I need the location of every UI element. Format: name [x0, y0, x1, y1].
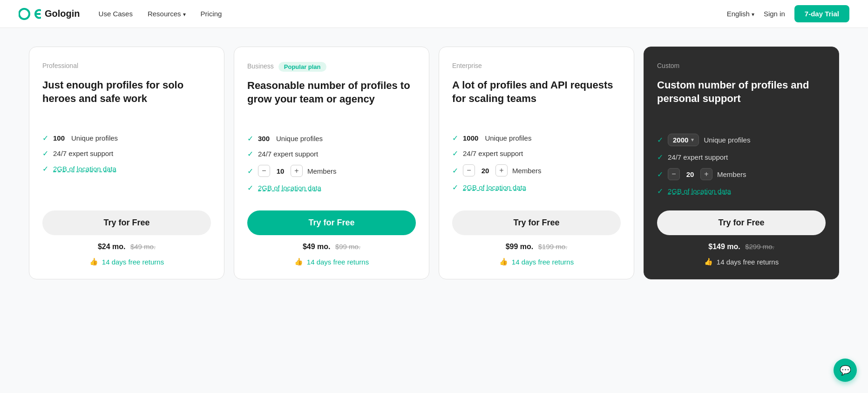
cta-custom[interactable]: Try for Free: [657, 210, 826, 235]
members-increment-enterprise[interactable]: +: [495, 164, 508, 176]
members-value-enterprise: 20: [480, 167, 491, 175]
profiles-dropdown-value: 2000: [673, 136, 688, 144]
feature-location-label-enterprise: 2GB of location data: [463, 183, 526, 191]
brand-logo[interactable]: Gologin: [19, 7, 80, 21]
feature-profiles-enterprise: ✓ 1000 Unique profiles: [452, 134, 621, 142]
brand-name: Gologin: [45, 8, 80, 19]
price-current-professional: $24 mo.: [98, 243, 126, 251]
resources-chevron-icon: [183, 10, 186, 18]
price-original-custom: $299 mo.: [745, 243, 774, 251]
feature-location-business: ✓ 2GB of location data: [247, 183, 416, 192]
svg-point-0: [19, 9, 29, 19]
check-icon: ✓: [42, 164, 48, 173]
nav-pricing[interactable]: Pricing: [201, 10, 222, 18]
language-chevron-icon: [752, 10, 754, 18]
members-label-enterprise: Members: [512, 167, 542, 175]
feature-support-business: ✓ 24/7 expert support: [247, 149, 416, 158]
plan-label-professional: Professional: [42, 62, 78, 69]
feature-support-label: 24/7 expert support: [53, 149, 113, 157]
chat-bubble[interactable]: 💬: [834, 359, 857, 382]
members-value-custom: 20: [685, 170, 696, 178]
returns-professional: 👍 14 days free returns: [42, 257, 211, 266]
cta-business[interactable]: Try for Free: [247, 210, 416, 235]
nav-use-cases[interactable]: Use Cases: [99, 10, 133, 18]
check-icon: ✓: [42, 149, 48, 158]
check-icon: ✓: [657, 187, 663, 196]
plan-header-custom: Custom: [657, 62, 826, 71]
check-icon: ✓: [247, 183, 253, 192]
plan-header-professional: Professional: [42, 62, 211, 71]
plan-label-custom: Custom: [657, 62, 679, 69]
profile-count: 100: [53, 134, 65, 142]
cta-professional[interactable]: Try for Free: [42, 210, 211, 235]
sign-in-link[interactable]: Sign in: [764, 10, 785, 18]
feature-location-enterprise: ✓ 2GB of location data: [452, 183, 621, 192]
feature-profiles-label-custom: Unique profiles: [704, 136, 750, 144]
members-decrement-enterprise[interactable]: −: [463, 164, 475, 176]
members-label-business: Members: [307, 167, 337, 175]
feature-location: ✓ 2GB of location data: [42, 164, 211, 173]
feature-profiles: ✓ 100 Unique profiles: [42, 134, 211, 142]
check-icon: ✓: [657, 153, 663, 162]
profiles-dropdown-arrow-icon: ▾: [691, 137, 694, 143]
feature-profiles-label-enterprise: Unique profiles: [485, 134, 531, 142]
check-icon: ✓: [452, 183, 458, 192]
members-increment-business[interactable]: +: [291, 165, 303, 177]
feature-members-business: ✓ − 10 + Members: [247, 165, 416, 177]
nav-menu: Use Cases Resources Pricing: [99, 10, 727, 18]
check-icon: ✓: [452, 149, 458, 158]
plan-desc-custom: Custom number of profiles and personal s…: [657, 79, 826, 121]
navbar-right: English Sign in 7-day Trial: [727, 5, 849, 22]
thumbs-up-icon: 👍: [704, 257, 713, 266]
member-counter-custom: − 20 +: [668, 168, 712, 180]
nav-resources[interactable]: Resources: [148, 10, 186, 18]
members-label-custom: Members: [717, 170, 746, 178]
features-enterprise: ✓ 1000 Unique profiles ✓ 24/7 expert sup…: [452, 134, 621, 196]
features-professional: ✓ 100 Unique profiles ✓ 24/7 expert supp…: [42, 134, 211, 196]
plan-business: Business Popular plan Reasonable number …: [234, 47, 429, 279]
feature-profiles-business: ✓ 300 Unique profiles: [247, 134, 416, 143]
feature-profiles-custom: ✓ 2000 ▾ Unique profiles: [657, 134, 826, 146]
member-counter-enterprise: − 20 +: [463, 164, 508, 176]
thumbs-up-icon: 👍: [89, 257, 98, 266]
feature-members-enterprise: ✓ − 20 + Members: [452, 164, 621, 176]
feature-location-label-business: 2GB of location data: [258, 184, 321, 192]
thumbs-up-icon: 👍: [499, 257, 508, 266]
check-icon: ✓: [247, 149, 253, 158]
features-business: ✓ 300 Unique profiles ✓ 24/7 expert supp…: [247, 134, 416, 196]
price-original-professional: $49 mo.: [130, 243, 156, 251]
member-counter-business: − 10 +: [258, 165, 303, 177]
profiles-dropdown-custom[interactable]: 2000 ▾: [668, 134, 699, 146]
trial-button[interactable]: 7-day Trial: [794, 5, 849, 22]
plan-desc-professional: Just enough profiles for solo heroes and…: [42, 79, 211, 121]
feature-location-label: 2GB of location data: [53, 165, 116, 173]
plan-desc-enterprise: A lot of profiles and API requests for s…: [452, 79, 621, 121]
cta-enterprise[interactable]: Try for Free: [452, 210, 621, 235]
gologin-logo-icon: [19, 7, 41, 21]
check-icon: ✓: [247, 167, 253, 176]
plan-professional: Professional Just enough profiles for so…: [29, 47, 224, 279]
pricing-enterprise: $99 mo. $199 mo.: [452, 243, 621, 251]
popular-badge: Popular plan: [278, 62, 326, 72]
profile-count-enterprise: 1000: [463, 134, 478, 142]
feature-location-label-custom: 2GB of location data: [668, 187, 731, 195]
returns-custom: 👍 14 days free returns: [657, 257, 826, 266]
feature-support-label-business: 24/7 expert support: [258, 150, 318, 158]
navbar: Gologin Use Cases Resources Pricing Engl…: [0, 0, 868, 28]
members-decrement-custom[interactable]: −: [668, 168, 680, 180]
price-current-custom: $149 mo.: [708, 243, 740, 251]
language-selector[interactable]: English: [727, 10, 754, 18]
members-decrement-business[interactable]: −: [258, 165, 270, 177]
check-icon: ✓: [452, 134, 458, 142]
members-increment-custom[interactable]: +: [700, 168, 712, 180]
pricing-custom: $149 mo. $299 mo.: [657, 243, 826, 251]
plan-label-business: Business: [247, 62, 274, 70]
chat-icon: 💬: [840, 365, 851, 376]
check-icon: ✓: [42, 134, 48, 142]
plan-desc-business: Reasonable number of profiles to grow yo…: [247, 79, 416, 121]
feature-location-custom: ✓ 2GB of location data: [657, 187, 826, 196]
feature-support-label-custom: 24/7 expert support: [668, 153, 728, 161]
profile-count-business: 300: [258, 135, 270, 142]
returns-enterprise: 👍 14 days free returns: [452, 257, 621, 266]
price-current-business: $49 mo.: [303, 243, 331, 251]
